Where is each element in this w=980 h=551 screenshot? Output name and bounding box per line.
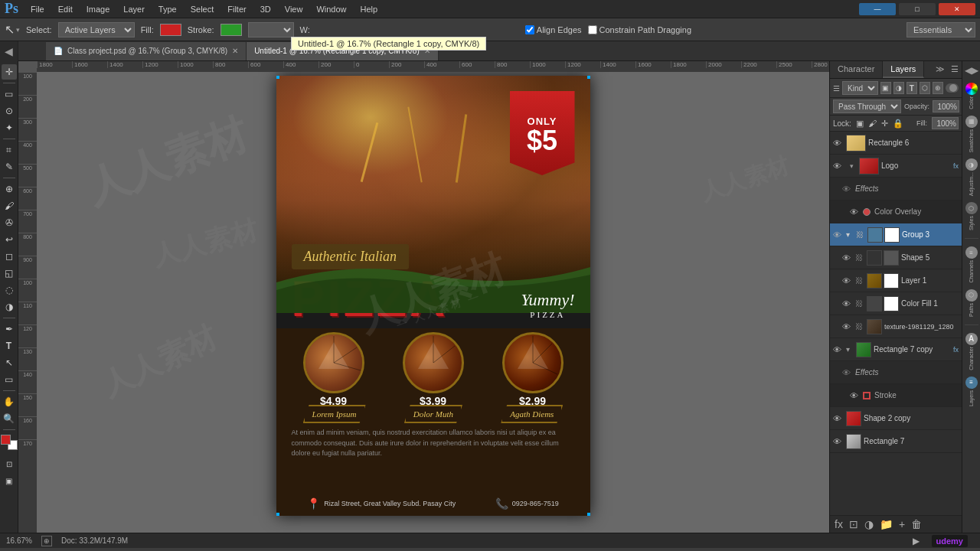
layer-vis-rect7c[interactable]: 👁: [833, 345, 844, 354]
menu-file[interactable]: File: [24, 3, 51, 15]
layer-item-logo[interactable]: 👁 ▾ Logo fx: [830, 155, 962, 178]
smart-filter-btn[interactable]: ⊛: [933, 82, 943, 94]
healing-brush-tool[interactable]: ⊕: [2, 181, 17, 197]
lock-all-icon[interactable]: 🔒: [893, 119, 903, 129]
lock-position-icon[interactable]: ✛: [881, 119, 888, 129]
group3-expand[interactable]: ▾: [846, 230, 854, 239]
screen-mode-btn[interactable]: ▣: [2, 473, 17, 488]
menu-help[interactable]: Help: [354, 3, 384, 15]
align-edges-check[interactable]: Align Edges: [525, 25, 582, 34]
layer-item-shape2c[interactable]: 👁 Shape 2 copy: [830, 407, 962, 430]
selection-handle-bl[interactable]: [276, 513, 279, 516]
canvas-area[interactable]: 1800 1600 1400 1200 1000 800 600 400 200…: [18, 61, 829, 533]
icon-strip-layers[interactable]: ≡ Layers: [963, 377, 980, 406]
layer-fx-rect7c[interactable]: fx: [953, 346, 959, 354]
icon-strip-channels[interactable]: ≡ Channels: [963, 246, 980, 283]
menu-type[interactable]: Type: [152, 3, 183, 15]
active-layers-select[interactable]: Active Layers: [58, 22, 135, 37]
timeline-btn[interactable]: ▶: [910, 535, 923, 547]
blur-tool[interactable]: ◌: [2, 282, 17, 298]
adjust-filter-btn[interactable]: ◑: [893, 82, 904, 94]
logo-expand-arrow[interactable]: ▾: [850, 162, 854, 170]
icon-strip-paths[interactable]: ⬡ Paths: [963, 289, 980, 317]
layer-item-rect7[interactable]: 👁 Rectangle 7: [830, 430, 962, 453]
panel-expand-btn[interactable]: ≫: [933, 61, 948, 78]
icon-strip-color[interactable]: Color: [963, 83, 980, 109]
eyedropper-tool[interactable]: ✎: [2, 159, 17, 174]
layer-item-group3[interactable]: 👁 ▾ ⛓ Group 3: [830, 223, 962, 246]
layer-item-effects-logo[interactable]: 👁 Effects: [830, 178, 962, 201]
layer-item-color-overlay[interactable]: 👁 Color Overlay: [830, 201, 962, 223]
menu-select[interactable]: Select: [185, 3, 220, 15]
icon-strip-styles[interactable]: ⬡ Styles: [963, 202, 980, 230]
layer-item-shape5[interactable]: 👁 ⛓ Shape 5: [830, 246, 962, 269]
layer-vis-texture[interactable]: 👁: [842, 322, 853, 331]
icon-strip-character[interactable]: A Character: [963, 333, 980, 370]
fg-color-swatch[interactable]: [1, 435, 11, 445]
zoom-tool[interactable]: 🔍: [2, 411, 17, 426]
quick-mask-btn[interactable]: ⊡: [2, 456, 17, 471]
layer-vis-shape2c[interactable]: 👁: [833, 414, 844, 423]
tab-untitled[interactable]: Untitled-1 @ 16.7% (Rectangle 1 copy, CM…: [247, 42, 439, 60]
path-select-tool[interactable]: ↖: [2, 355, 17, 370]
brush-tool[interactable]: 🖌: [2, 198, 17, 214]
stroke-color-box[interactable]: [220, 24, 242, 36]
layer-vis-shape5[interactable]: 👁: [842, 253, 853, 262]
canvas-content[interactable]: 人人素材 人人素材 人人素材 人人素材: [37, 72, 829, 533]
menu-edit[interactable]: Edit: [52, 3, 79, 15]
type-filter-btn[interactable]: T: [906, 82, 917, 94]
blend-mode-select[interactable]: Pass Through Normal Multiply Screen Over…: [833, 99, 901, 113]
maximize-btn[interactable]: □: [899, 3, 936, 15]
menu-filter[interactable]: Filter: [221, 3, 252, 15]
type-tool[interactable]: T: [2, 338, 17, 354]
layer-vis-stroke[interactable]: 👁: [850, 391, 861, 400]
shape5-link-icon[interactable]: ⛓: [855, 253, 864, 262]
lock-transparent-icon[interactable]: ▣: [856, 119, 864, 129]
texture-link-icon[interactable]: ⛓: [855, 322, 864, 331]
workspace-select[interactable]: Essentials: [906, 22, 975, 37]
menu-view[interactable]: View: [279, 3, 309, 15]
selection-handle-tl[interactable]: [276, 76, 279, 79]
layer-item-layer1[interactable]: 👁 ⛓ Layer 1: [830, 269, 962, 292]
layer-item-stroke[interactable]: 👁 Stroke: [830, 384, 962, 407]
layer1-link-icon[interactable]: ⛓: [855, 276, 864, 285]
layer-vis-effects[interactable]: 👁: [842, 184, 853, 194]
menu-image[interactable]: Image: [80, 3, 116, 15]
fill-color-box[interactable]: [160, 24, 181, 36]
layer-delete-btn[interactable]: 🗑: [910, 518, 923, 530]
tab-character[interactable]: Character: [830, 61, 883, 78]
layer-vis-logo[interactable]: 👁: [833, 161, 844, 171]
constrain-path-check[interactable]: Constrain Path Dragging: [588, 25, 691, 34]
stroke-width-select[interactable]: [248, 22, 294, 37]
rect7c-expand[interactable]: ▾: [846, 345, 854, 354]
icon-strip-swatches[interactable]: ▦ Swatches: [963, 116, 980, 152]
layer-adjustment-btn[interactable]: ◑: [863, 518, 875, 530]
panel-collapse-arrow[interactable]: ◀: [0, 41, 18, 61]
layer-vis-group3[interactable]: 👁: [833, 230, 844, 240]
clone-stamp-tool[interactable]: ✇: [2, 215, 17, 230]
tab-class-project[interactable]: 📄 Class project.psd @ 16.7% (Group 3, CM…: [46, 42, 247, 60]
colorfill-link-icon[interactable]: ⛓: [855, 299, 864, 308]
layer-item-effects-rect7c[interactable]: 👁 Effects: [830, 361, 962, 384]
move-tool[interactable]: ✛: [2, 64, 17, 80]
fill-input[interactable]: [932, 117, 959, 129]
opacity-input[interactable]: [933, 100, 959, 112]
design-canvas[interactable]: ONLY $5 Authentic Italian PIZZA Yummy! P…: [276, 76, 590, 516]
selection-handle-br[interactable]: [587, 513, 590, 516]
tab-close-1[interactable]: ✕: [232, 47, 238, 55]
layer-fx-logo[interactable]: fx: [953, 162, 959, 170]
marquee-tool[interactable]: ▭: [2, 86, 17, 102]
menu-layer[interactable]: Layer: [117, 3, 151, 15]
layer-vis-rect7[interactable]: 👁: [833, 437, 844, 446]
close-btn[interactable]: ✕: [939, 3, 975, 15]
layer-vis-effects-r7c[interactable]: 👁: [842, 368, 853, 377]
layer-vis-colorfill[interactable]: 👁: [842, 299, 853, 308]
fg-bg-colors[interactable]: [1, 435, 18, 452]
filter-type-icon[interactable]: ☰: [833, 84, 840, 93]
shape-filter-btn[interactable]: ⬡: [920, 82, 930, 94]
magic-wand-tool[interactable]: ✦: [2, 120, 17, 135]
selection-tool-icon[interactable]: ↖ ▾: [5, 22, 20, 37]
dodge-tool[interactable]: ◑: [2, 299, 17, 315]
tab-layers[interactable]: Layers: [883, 61, 924, 78]
lasso-tool[interactable]: ⊙: [2, 103, 17, 119]
